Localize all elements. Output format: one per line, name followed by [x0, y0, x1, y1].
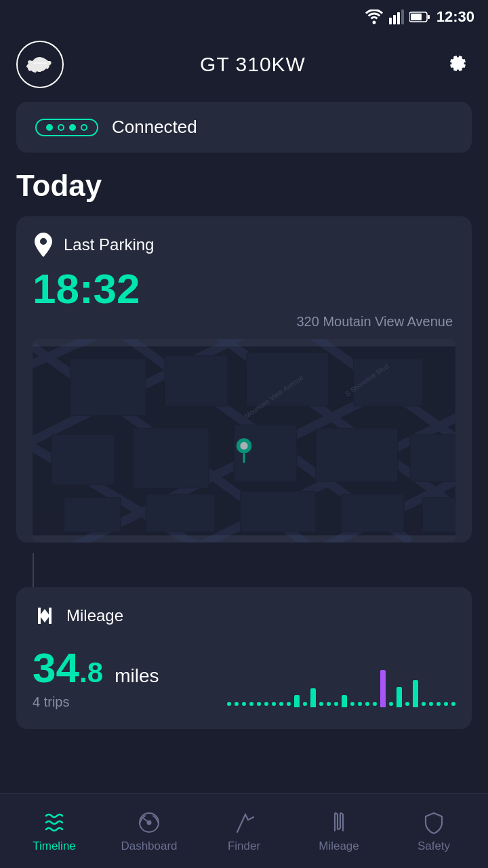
nav-item-safety[interactable]: Safety [386, 810, 481, 853]
timeline-icon [41, 810, 67, 835]
parking-card-header: Last Parking [33, 233, 455, 257]
svg-rect-6 [428, 15, 430, 19]
chart-dot [242, 702, 246, 706]
chart-dot [422, 702, 426, 706]
chart-dot [327, 702, 331, 706]
chart-dot [436, 702, 441, 706]
chart-dot [287, 702, 291, 706]
chart-dot [319, 702, 323, 706]
safety-icon [421, 810, 447, 835]
nav-item-finder[interactable]: Finder [197, 810, 291, 853]
status-icons [365, 9, 430, 24]
parking-address: 320 Moutain View Avenue [33, 314, 455, 330]
chart-dot [389, 702, 393, 706]
chart-dot [279, 702, 283, 706]
mileage-decimal: .8 [79, 656, 103, 688]
chart-bar [413, 680, 418, 707]
chart-dot [350, 702, 354, 706]
dashboard-icon [136, 810, 162, 835]
signal-icon [389, 9, 404, 24]
svg-rect-1 [393, 15, 396, 24]
chart-dot [334, 702, 338, 706]
dot-3 [69, 124, 76, 131]
chart-dot [373, 702, 377, 706]
nav-item-dashboard[interactable]: Dashboard [102, 810, 197, 853]
chart-dot [235, 702, 239, 706]
svg-point-39 [148, 821, 151, 824]
mileage-unit: miles [115, 665, 159, 686]
settings-button[interactable] [442, 50, 472, 79]
nav-label-dashboard: Dashboard [121, 840, 177, 853]
status-bar: 12:30 [0, 0, 488, 34]
chart-dot [365, 702, 369, 706]
chart-bar [294, 695, 300, 707]
chart-dot [303, 702, 307, 706]
nav-item-timeline[interactable]: Timeline [7, 810, 102, 853]
connection-status: Connected [112, 117, 197, 138]
mileage-title: Mileage [66, 606, 123, 625]
chart-dot [444, 702, 448, 706]
nav-label-safety: Safety [418, 840, 450, 853]
svg-rect-5 [411, 14, 422, 20]
chart-dot [249, 702, 253, 706]
chart-dot [405, 702, 409, 706]
finder-icon [231, 810, 257, 835]
section-divider [33, 553, 34, 587]
connected-card: Connected [16, 102, 472, 153]
svg-rect-2 [397, 12, 400, 24]
status-time: 12:30 [436, 8, 474, 26]
chart-bar [342, 695, 347, 707]
bottom-nav: Timeline Dashboard Finder [0, 793, 488, 868]
mileage-trips: 4 trips [33, 694, 159, 710]
wifi-icon [365, 9, 384, 24]
svg-rect-37 [33, 347, 455, 536]
nav-label-mileage: Mileage [319, 840, 359, 853]
today-label: Today [0, 169, 488, 216]
parking-map[interactable]: Mountain View Avenue S Shoreline Blvd [33, 339, 455, 542]
nav-label-finder: Finder [228, 840, 260, 853]
dot-2 [58, 124, 64, 131]
chart-bar [310, 688, 316, 707]
parking-pin-icon [33, 233, 54, 257]
mileage-left: 34.8 miles 4 trips [33, 639, 159, 710]
mileage-icon [33, 604, 57, 628]
mileage-value: 34.8 miles [33, 647, 159, 689]
svg-rect-0 [389, 18, 392, 24]
chart-dot [429, 702, 433, 706]
parking-card: Last Parking 18:32 320 Moutain View Aven… [16, 216, 472, 542]
mileage-number: 34 [33, 644, 79, 691]
mileage-card: Mileage 34.8 miles 4 trips [16, 587, 472, 729]
parking-title: Last Parking [64, 235, 154, 254]
chart-dot [227, 702, 231, 706]
chart-bar [380, 670, 386, 707]
logo-icon [16, 41, 64, 88]
chart-dot [358, 702, 362, 706]
connection-indicator [35, 119, 98, 136]
battery-icon [409, 12, 430, 22]
chart-dot [451, 702, 455, 706]
mileage-chart [227, 656, 455, 710]
vehicle-name: GT 310KW [200, 53, 306, 76]
nav-label-timeline: Timeline [33, 840, 76, 853]
header: GT 310KW [0, 34, 488, 102]
mileage-nav-icon [326, 810, 352, 835]
parking-time: 18:32 [33, 268, 455, 310]
gear-icon [445, 52, 469, 77]
mileage-card-header: Mileage [33, 604, 455, 628]
chart-dot [264, 702, 268, 706]
chart-dot [257, 702, 261, 706]
svg-rect-3 [401, 9, 404, 24]
dot-1 [46, 124, 53, 131]
mileage-data: 34.8 miles 4 trips [33, 639, 455, 710]
dot-4 [81, 124, 87, 131]
chart-bar [396, 687, 402, 707]
chart-dot [272, 702, 276, 706]
nav-item-mileage[interactable]: Mileage [291, 810, 386, 853]
